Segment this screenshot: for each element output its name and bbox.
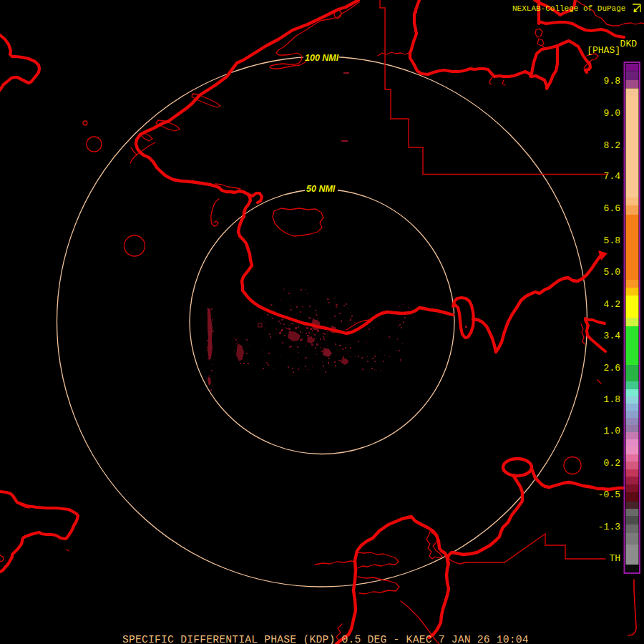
svg-text:9.0: 9.0 [604,108,620,119]
svg-text:0.2: 0.2 [604,458,620,469]
svg-text:5.0: 5.0 [604,267,620,278]
svg-text:4.2: 4.2 [604,299,620,310]
svg-text:2.6: 2.6 [604,363,620,374]
svg-text:TH: TH [609,553,620,564]
svg-text:3.4: 3.4 [604,331,621,341]
svg-text:1.8: 1.8 [604,394,620,405]
svg-text:5.8: 5.8 [604,235,620,246]
svg-text:50 NMI: 50 NMI [306,184,336,194]
svg-text:100 NMI: 100 NMI [305,53,339,63]
svg-text:-0.5: -0.5 [598,489,620,500]
svg-text:[PHAS]: [PHAS] [587,45,620,56]
svg-text:8.2: 8.2 [604,140,620,151]
svg-text:NEXLAB-College of DuPage: NEXLAB-College of DuPage [512,4,625,13]
svg-text:SPECIFIC DIFFERENTIAL PHASE (K: SPECIFIC DIFFERENTIAL PHASE (KDP) 0.5 DE… [122,634,529,644]
svg-text:7.4: 7.4 [604,171,621,182]
svg-text:9.8: 9.8 [604,76,620,87]
svg-text:1.0: 1.0 [604,426,620,436]
svg-text:DKD: DKD [620,39,638,49]
svg-text:-1.3: -1.3 [598,522,620,532]
svg-text:6.6: 6.6 [604,203,620,214]
